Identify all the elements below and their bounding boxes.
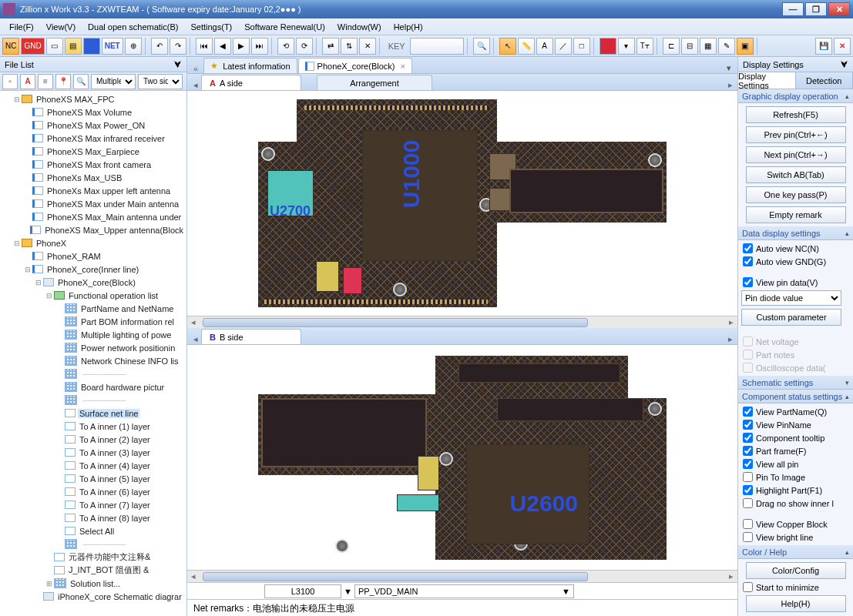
- select-all[interactable]: Select All: [2, 524, 185, 537]
- menu-file[interactable]: File(F): [3, 20, 40, 34]
- search-small-icon[interactable]: 🔍: [73, 74, 89, 89]
- file-tree[interactable]: ⊟PhoneXS MAX_FPCPhoneXS Max VolumePhoneX…: [0, 91, 186, 616]
- layer-item[interactable]: To A inner (6) layer: [2, 485, 185, 498]
- file-item[interactable]: PhoneXs Max upper left antenna: [2, 184, 185, 197]
- tab-b-side[interactable]: B B side: [201, 329, 301, 344]
- ruler-icon[interactable]: 📏: [518, 38, 535, 55]
- window-close[interactable]: ✕: [828, 2, 850, 16]
- refresh-button[interactable]: Refresh(F5): [746, 106, 846, 123]
- check-auto-nc[interactable]: Auto view NC(N): [741, 243, 850, 253]
- check-pinname[interactable]: View PinName: [741, 420, 850, 430]
- grid-icon[interactable]: ▦: [700, 38, 717, 55]
- nc-button[interactable]: NC: [2, 38, 19, 55]
- check-part-notes[interactable]: Part notes: [741, 350, 850, 360]
- new-doc-icon[interactable]: ▫: [2, 74, 18, 89]
- save-icon[interactable]: 💾: [815, 38, 832, 55]
- skip-fwd-icon[interactable]: ⏭: [251, 38, 268, 55]
- prev-pin-button[interactable]: Prev pin(Ctrl+←): [746, 126, 846, 143]
- right-pin-icon[interactable]: ⮟: [841, 60, 848, 69]
- flip-v-icon[interactable]: ⇅: [341, 38, 358, 55]
- check-highlight[interactable]: Highlight Part(F1): [741, 485, 850, 495]
- pin-diode-select[interactable]: Pin diode value: [741, 290, 841, 306]
- check-allpin[interactable]: View all pin: [741, 459, 850, 469]
- scrollbar-a[interactable]: ◂▸: [187, 316, 737, 328]
- tab-a-side[interactable]: A A side: [201, 75, 301, 90]
- side-a-collapse-icon[interactable]: ◂: [193, 80, 198, 90]
- check-frame[interactable]: Part frame(F): [741, 446, 850, 456]
- close-doc-icon[interactable]: ✕: [834, 38, 851, 55]
- check-bright[interactable]: View bright line: [741, 532, 850, 542]
- layer-item[interactable]: To A inner (7) layer: [2, 498, 185, 511]
- switch-ab-button[interactable]: Switch AB(Tab): [746, 166, 846, 183]
- part-combo[interactable]: L3100: [264, 584, 341, 598]
- tab-detection[interactable]: Detection: [796, 72, 854, 89]
- tool-target-icon[interactable]: ⊕: [125, 38, 142, 55]
- check-partname[interactable]: View PartName(Q): [741, 407, 850, 417]
- file-block[interactable]: ⊟PhoneX_core(Block): [2, 276, 185, 289]
- functional-list[interactable]: ⊟Functional operation list: [2, 289, 185, 302]
- help-button[interactable]: Help(H): [746, 595, 846, 612]
- side-a-scroll-icon[interactable]: ▸: [724, 80, 737, 90]
- side-b-scroll-icon[interactable]: ▸: [724, 334, 737, 344]
- section-color[interactable]: Color / Help▴: [738, 545, 853, 559]
- board-view-b[interactable]: U2600 J5700 J4300 J4200 J4600 J4500 J400…: [187, 345, 737, 570]
- window-maximize[interactable]: ❐: [805, 2, 827, 16]
- prev-icon[interactable]: ◀: [214, 38, 231, 55]
- layer-item[interactable]: To A inner (3) layer: [2, 446, 185, 459]
- tab-close-icon[interactable]: ×: [400, 62, 405, 71]
- func-item[interactable]: PartName and NetName: [2, 302, 185, 315]
- color-drop-icon[interactable]: ▾: [618, 38, 635, 55]
- text-tool-icon[interactable]: A: [536, 38, 553, 55]
- rotate-right-icon[interactable]: ⟳: [296, 38, 313, 55]
- func-item[interactable]: Network Chinese INFO lis: [2, 354, 185, 367]
- pin-marker-icon[interactable]: 📍: [55, 74, 71, 89]
- align-left-icon[interactable]: ⊏: [663, 38, 680, 55]
- pin-tool-icon[interactable]: ✎: [718, 38, 735, 55]
- window-minimize[interactable]: —: [782, 2, 804, 16]
- filter-multiple[interactable]: Multiple f: [91, 74, 136, 89]
- tab-phonex-core[interactable]: PhoneX_core(Block) ×: [298, 58, 412, 73]
- skip-back-icon[interactable]: ⏮: [196, 38, 213, 55]
- section-schematic[interactable]: Schematic settings▾: [738, 376, 853, 390]
- clear-icon[interactable]: ✕: [359, 38, 376, 55]
- tabs-collapse-icon[interactable]: «: [193, 64, 198, 73]
- file-item[interactable]: PhoneXS Max_Main antenna under: [2, 210, 185, 223]
- tool-blue-icon[interactable]: [83, 38, 100, 55]
- part-drop-icon[interactable]: ▼: [344, 587, 352, 596]
- one-key-pass-button[interactable]: One key pass(P): [746, 186, 846, 203]
- rect-tool-icon[interactable]: □: [573, 38, 590, 55]
- check-drag-noshow[interactable]: Drag no show inner l: [741, 498, 850, 508]
- menu-view[interactable]: View(V): [40, 20, 82, 34]
- undo-icon[interactable]: ↶: [151, 38, 168, 55]
- highlight-tool-icon[interactable]: ▣: [737, 38, 754, 55]
- hw-picture[interactable]: Board hardware pictur: [2, 380, 185, 393]
- file-item[interactable]: PhoneXS Max Power_ON: [2, 119, 185, 132]
- file-item[interactable]: PhoneXS Max infrared receiver: [2, 132, 185, 145]
- tool-layer-icon[interactable]: ▤: [65, 38, 82, 55]
- folder-phonexs-max[interactable]: ⊟PhoneXS MAX_FPC: [2, 92, 185, 105]
- scrollbar-b[interactable]: ◂▸: [187, 570, 737, 582]
- solution-list[interactable]: ⊞Solution list...: [2, 577, 185, 590]
- func-item[interactable]: Part BOM information rel: [2, 315, 185, 328]
- empty-remark-button[interactable]: Empty remark: [746, 206, 846, 223]
- cursor-icon[interactable]: ↖: [499, 38, 516, 55]
- layer-item[interactable]: To A inner (8) layer: [2, 511, 185, 524]
- layer-item[interactable]: To A inner (4) layer: [2, 459, 185, 472]
- check-net-voltage[interactable]: Net voltage: [741, 336, 850, 346]
- cn-annotation[interactable]: 元器件功能中文注释&: [2, 551, 185, 564]
- next-icon[interactable]: ▶: [233, 38, 250, 55]
- custom-parameter-button[interactable]: Custom parameter: [741, 309, 841, 326]
- file-item[interactable]: PhoneXS Max_Earpiece: [2, 145, 185, 158]
- file-item[interactable]: PhoneXs Max_USB: [2, 171, 185, 184]
- file-item[interactable]: PhoneXS Max front camera: [2, 158, 185, 171]
- check-minimize[interactable]: Start to minimize: [741, 582, 850, 592]
- surface-net-line[interactable]: Surface net line: [2, 407, 185, 420]
- check-pin-image[interactable]: Pin To Image: [741, 472, 850, 482]
- file-item[interactable]: PhoneX_RAM: [2, 249, 185, 263]
- next-pin-button[interactable]: Next pin(Ctrl+→): [746, 146, 846, 163]
- check-view-pin[interactable]: View pin data(V): [741, 277, 850, 287]
- check-tooltip[interactable]: Component tooltip: [741, 433, 850, 443]
- side-b-collapse-icon[interactable]: ◂: [193, 334, 198, 344]
- redo-icon[interactable]: ↷: [170, 38, 186, 55]
- list-icon[interactable]: ≡: [38, 74, 53, 89]
